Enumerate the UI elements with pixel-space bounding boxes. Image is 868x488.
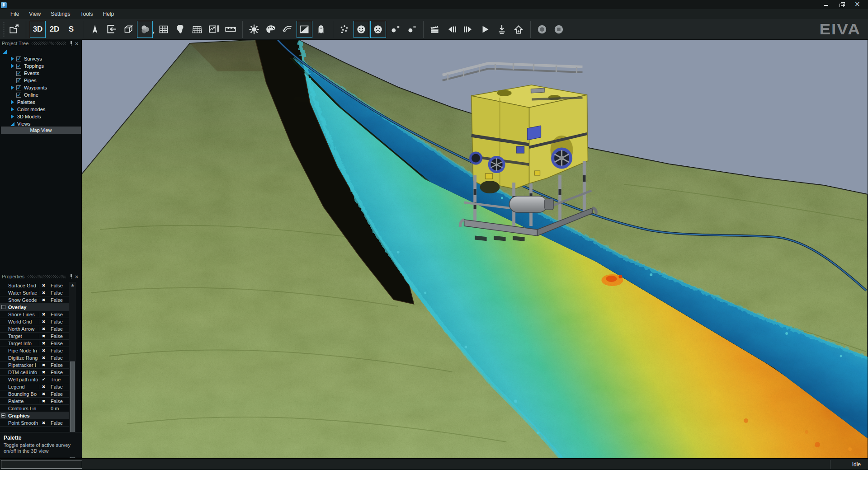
property-value[interactable]: False	[48, 319, 63, 324]
pin-icon[interactable]	[69, 274, 74, 279]
property-row-surface-grid[interactable]: Surface Grid✖False	[0, 282, 69, 289]
menu-file[interactable]: File	[5, 10, 24, 18]
tree-item-3d-models[interactable]: 3D Models	[0, 113, 81, 120]
toolbar-brightness-icon[interactable]	[246, 21, 262, 38]
tree-item-color-modes[interactable]: Color modes	[0, 106, 81, 113]
toolbar-profile-view-icon[interactable]	[206, 21, 222, 38]
toolbar-ghost-mode-icon[interactable]	[313, 21, 329, 38]
property-row-pipe-node-in[interactable]: Pipe Node In✖False	[0, 347, 69, 354]
toolbar-shade-toggle-icon[interactable]	[297, 21, 312, 38]
property-row-bounding-bo[interactable]: Bounding Bo✖False	[0, 390, 69, 398]
property-row-contours-lin[interactable]: Contours Lin0 m	[0, 405, 69, 412]
property-row-palette[interactable]: Palette✖False	[0, 398, 69, 405]
tree-item-map-view[interactable]: Map View	[1, 127, 81, 134]
property-row-north-arrow[interactable]: North Arrow✖False	[0, 325, 69, 333]
tree-item-palettes[interactable]: Palettes	[0, 99, 81, 106]
collapse-group-icon[interactable]	[1, 305, 5, 309]
toolbar-smooth-surface-icon[interactable]	[280, 21, 296, 38]
close-panel-icon[interactable]: ×	[74, 274, 80, 280]
toolbar-view-2d-button[interactable]: 2D	[47, 21, 62, 38]
property-value[interactable]: False	[48, 283, 63, 288]
checkbox-checked[interactable]	[16, 56, 21, 61]
property-value[interactable]: False	[48, 326, 63, 332]
menu-help[interactable]: Help	[98, 10, 119, 18]
property-value[interactable]: False	[48, 384, 63, 389]
menu-view[interactable]: View	[24, 10, 46, 18]
property-row-shore-lines[interactable]: Shore Lines✖False	[0, 311, 69, 318]
checkbox-checked[interactable]	[16, 64, 21, 69]
chevron-collapsed-icon[interactable]	[10, 100, 15, 104]
toolbar-ascend-icon[interactable]	[511, 21, 527, 38]
toolbar-open-project-icon[interactable]	[6, 21, 22, 38]
toolbar-step-forward-icon[interactable]	[461, 21, 476, 38]
property-value[interactable]: False	[48, 362, 63, 368]
property-value[interactable]: False	[48, 341, 63, 346]
toolbar-replay-icon[interactable]	[427, 21, 443, 38]
toolbar-ruler-icon[interactable]	[223, 21, 239, 38]
menu-settings[interactable]: Settings	[46, 10, 75, 18]
checkbox-checked[interactable]	[16, 78, 21, 83]
property-value[interactable]: False	[48, 420, 63, 426]
toolbar-geo-map-icon[interactable]	[173, 21, 189, 38]
property-row-overlay[interactable]: Overlay	[0, 304, 69, 311]
close-panel-icon[interactable]: ×	[74, 41, 80, 47]
property-row-legend[interactable]: Legend✖False	[0, 383, 69, 390]
toolbar-reset-view-icon[interactable]	[104, 21, 119, 38]
property-row-well-path-info[interactable]: Well path info✔True	[0, 376, 69, 383]
minimize-button[interactable]	[824, 2, 829, 7]
tree-item-events[interactable]: Events	[0, 70, 81, 77]
toolbar-points-reject-icon[interactable]	[370, 21, 386, 38]
chevron-collapsed-icon[interactable]	[10, 64, 15, 68]
toolbar-stop-icon[interactable]	[551, 21, 567, 38]
menu-tools[interactable]: Tools	[75, 10, 98, 18]
property-value[interactable]: False	[48, 399, 63, 404]
toolbar-view-s-button[interactable]: S	[63, 21, 79, 38]
property-row-world-grid[interactable]: World Grid✖False	[0, 318, 69, 325]
property-value[interactable]: 0 m	[48, 406, 59, 411]
checkbox-checked[interactable]	[16, 71, 21, 76]
chevron-collapsed-icon[interactable]	[10, 85, 15, 90]
toolbar-point-remove-icon[interactable]	[404, 21, 420, 38]
toolbar-points-accept-icon[interactable]	[354, 21, 369, 38]
property-value[interactable]: False	[48, 297, 63, 303]
property-value[interactable]: False	[48, 348, 63, 353]
toolbar-descend-icon[interactable]	[494, 21, 510, 38]
toolbar-shading-spheres-icon[interactable]	[137, 21, 153, 38]
checkbox-checked[interactable]	[16, 85, 21, 90]
toolbar-step-back-icon[interactable]	[444, 21, 460, 38]
property-row-digitize-rang[interactable]: Digitize Rang✖False	[0, 354, 69, 361]
toolbar-mesh-surface-icon[interactable]	[189, 21, 205, 38]
toolbar-view-cube-icon[interactable]	[120, 21, 136, 38]
toolbar-play-icon[interactable]	[477, 21, 493, 38]
chevron-collapsed-icon[interactable]	[10, 56, 15, 61]
property-value[interactable]: False	[48, 312, 63, 317]
3d-viewport[interactable]	[82, 40, 868, 458]
tree-root-node[interactable]	[0, 48, 81, 55]
collapse-group-icon[interactable]	[1, 413, 5, 418]
toolbar-view-3d-button[interactable]: 3D	[30, 21, 46, 38]
property-row-point-smooth[interactable]: Point Smooth✖False	[0, 419, 69, 427]
toolbar-record-icon[interactable]	[534, 21, 550, 38]
chevron-collapsed-icon[interactable]	[10, 107, 15, 112]
property-value[interactable]: False	[48, 290, 63, 296]
chevron-expanded-icon[interactable]	[10, 122, 15, 126]
scroll-up-icon[interactable]: ▲	[69, 282, 76, 288]
toolbar-point-add-icon[interactable]	[387, 21, 403, 38]
toolbar-north-up-icon[interactable]	[87, 21, 103, 38]
tree-item-surveys[interactable]: Surveys	[0, 55, 81, 62]
property-value[interactable]: False	[48, 333, 63, 339]
property-row-target[interactable]: Target✖False	[0, 333, 69, 340]
toolbar-point-cloud-icon[interactable]	[337, 21, 353, 38]
checkbox-checked[interactable]	[16, 93, 21, 98]
property-value[interactable]: True	[48, 377, 61, 382]
property-value[interactable]: False	[48, 391, 63, 397]
property-row-graphics[interactable]: Graphics	[0, 412, 69, 419]
restore-button[interactable]	[839, 2, 844, 7]
close-button[interactable]: ×	[854, 2, 860, 7]
toolbar-color-palette-icon[interactable]	[263, 21, 279, 38]
tree-item-waypoints[interactable]: Waypoints	[0, 84, 81, 91]
chevron-collapsed-icon[interactable]	[10, 114, 15, 119]
property-row-target-info[interactable]: Target Info✖False	[0, 340, 69, 347]
property-row-dtm-cell-info[interactable]: DTM cell info✖False	[0, 369, 69, 376]
property-value[interactable]: False	[48, 355, 63, 361]
